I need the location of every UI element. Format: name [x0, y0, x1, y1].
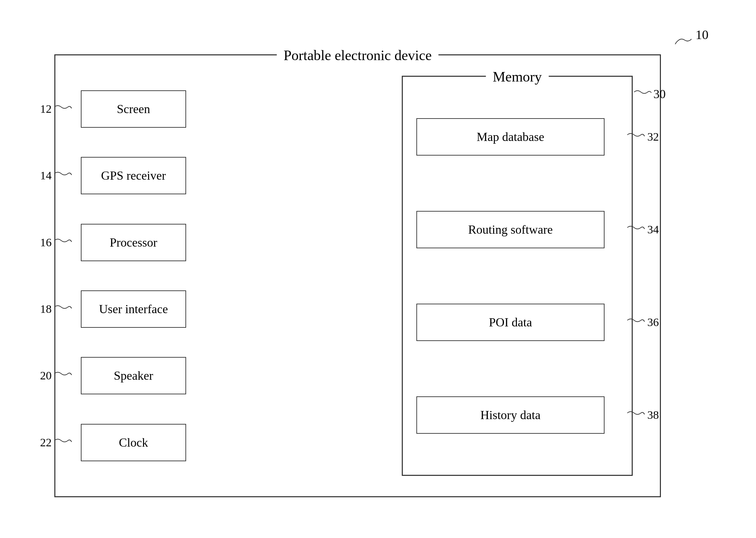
left-component-3: 18User interface [81, 290, 186, 328]
memory-title: Memory [486, 69, 549, 85]
diagram-container: 10 Portable electronic device 12Screen14… [27, 27, 729, 518]
squiggle-32-icon [627, 132, 645, 142]
component-box-user-interface: User interface [81, 290, 186, 328]
ref-32: 32 [627, 130, 659, 143]
left-component-0: 12Screen [81, 90, 186, 128]
ref-34: 34 [627, 223, 659, 236]
left-component-5: 22Clock [81, 424, 186, 461]
squiggle-30-icon [633, 89, 652, 99]
component-box-clock: Clock [81, 424, 186, 461]
memory-box: Memory 30 Map database32Routing software… [402, 76, 633, 476]
memory-item-wrapper-0: Map database32 [416, 118, 605, 156]
ref-36: 36 [627, 316, 659, 329]
ref-22: 22 [40, 436, 72, 449]
component-box-gps-receiver: GPS receiver [81, 157, 186, 194]
component-box-screen: Screen [81, 90, 186, 128]
left-component-1: 14GPS receiver [81, 157, 186, 194]
squiggle-16-icon [54, 238, 72, 247]
squiggle-20-icon [54, 371, 72, 380]
memory-item-poi-data: POI data [416, 304, 605, 341]
memory-item-history-data: History data [416, 396, 605, 434]
ref-14: 14 [40, 169, 72, 182]
memory-item-wrapper-2: POI data36 [416, 304, 605, 341]
squiggle-22-icon [54, 438, 72, 447]
ref-12: 12 [40, 103, 72, 115]
left-column: 12Screen14GPS receiver16Processor18User … [76, 76, 191, 476]
ref-20: 20 [40, 369, 72, 382]
squiggle-38-icon [627, 410, 645, 420]
squiggle-14-icon [54, 171, 72, 180]
left-component-4: 20Speaker [81, 357, 186, 394]
squiggle-36-icon [627, 318, 645, 327]
main-outer-box: Portable electronic device 12Screen14GPS… [54, 54, 661, 497]
memory-item-map-database: Map database [416, 118, 605, 156]
ref-38: 38 [627, 409, 659, 422]
squiggle-10-icon [674, 37, 695, 48]
ref-30: 30 [633, 87, 666, 101]
main-title: Portable electronic device [277, 47, 438, 64]
squiggle-18-icon [54, 304, 72, 314]
memory-item-wrapper-3: History data38 [416, 396, 605, 434]
memory-item-wrapper-1: Routing software34 [416, 211, 605, 248]
left-component-2: 16Processor [81, 224, 186, 261]
memory-inner: Map database32Routing software34POI data… [416, 90, 605, 461]
ref-10: 10 [696, 27, 708, 42]
component-box-processor: Processor [81, 224, 186, 261]
squiggle-12-icon [54, 104, 72, 114]
memory-item-routing-software: Routing software [416, 211, 605, 248]
component-box-speaker: Speaker [81, 357, 186, 394]
ref-16: 16 [40, 236, 72, 249]
squiggle-34-icon [627, 225, 645, 234]
ref-18: 18 [40, 303, 72, 316]
